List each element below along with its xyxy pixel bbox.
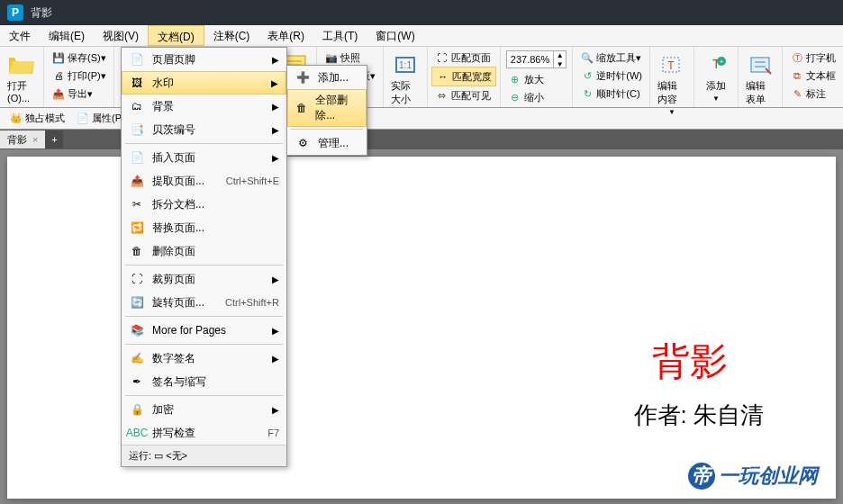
svg-text:T: T [667,59,675,72]
add-button[interactable]: T+ 添加 [698,49,734,94]
close-icon[interactable]: × [32,134,38,145]
rotate-icon: 🔄 [129,294,145,310]
menu-document[interactable]: 文档(D) [148,25,204,46]
edit-content-button[interactable]: T 编辑内容 [654,49,690,108]
watermark-submenu: ➕添加... 🗑全部删除... ⚙管理... [286,65,367,156]
split-doc-item[interactable]: ✂拆分文档... [122,193,286,216]
plus-icon: ⊕ [508,72,522,86]
zoom-up-button[interactable]: ▲ [553,50,566,59]
fit-width-button[interactable]: ↔匹配宽度 [431,67,496,86]
rotate-ccw-icon: ↺ [580,68,594,83]
rotate-ccw-button[interactable]: ↺逆时针(W) [576,67,646,85]
window-title: 背影 [31,5,52,21]
zoom-out-button[interactable]: ⊖缩小 [504,88,568,106]
menu-form[interactable]: 表单(R) [258,25,313,46]
menu-view[interactable]: 视图(V) [94,25,148,46]
actual-size-button[interactable]: 1:1 实际大小 [387,49,423,108]
insert-page-item[interactable]: 📄插入页面▶ [122,146,286,169]
fit-visible-button[interactable]: ⬄匹配可见 [431,86,496,104]
actual-size-icon: 1:1 [391,50,420,79]
svg-text:+: + [720,58,724,66]
zoom-tool-button[interactable]: 🔍缩放工具 ▾ [576,49,646,67]
edit-content-icon: T [657,50,686,79]
dropdown-footer: 运行: ▭ <无> [122,445,286,466]
menu-annotate[interactable]: 注释(C) [204,25,259,46]
save-button[interactable]: 💾保存(S) ▾ [48,49,110,67]
header-footer-item[interactable]: 📄页眉页脚▶ [122,48,286,71]
spellcheck-icon: ABC [129,425,145,441]
watermark-icon: 帝 [688,463,715,490]
spellcheck-item[interactable]: ABC拼写检查F7 [122,421,286,445]
menu-window[interactable]: 窗口(W) [367,25,423,46]
form-icon [746,50,775,79]
folder-open-icon [7,50,36,79]
extract-icon: 📤 [129,173,145,189]
zoom-down-button[interactable]: ▼ [553,59,566,68]
document-title: 背影 [652,337,728,387]
bates-icon: 📑 [129,122,145,138]
split-icon: ✂ [129,196,145,212]
digital-sign-item[interactable]: ✍数字签名▶ [122,346,286,370]
menu-tools[interactable]: 工具(T) [313,25,367,46]
add-watermark-item[interactable]: ➕添加... [287,66,367,89]
mark-icon: ✎ [790,86,804,101]
zoom-input[interactable]: 237.86% ▲▼ [506,50,567,68]
mark-button[interactable]: ✎标注 [786,85,839,103]
background-item[interactable]: 🗂背景▶ [122,94,286,118]
rotate-page-item[interactable]: 🔄旋转页面...Ctrl+Shift+R [122,291,286,314]
manage-watermark-item[interactable]: ⚙管理... [287,131,367,155]
sign-compress-item[interactable]: ✒签名与缩写 [122,370,286,393]
delete-all-icon: 🗑 [295,100,308,116]
document-dropdown: 📄页眉页脚▶ 🖼水印▶ 🗂背景▶ 📑贝茨编号▶ 📄插入页面▶ 📤提取页面...C… [121,47,287,467]
more-icon: 📚 [129,322,145,338]
delete-icon: 🗑 [129,243,145,259]
insert-icon: 📄 [129,149,145,166]
menu-file[interactable]: 文件 [0,25,40,46]
replace-page-item[interactable]: 🔁替换页面... [122,216,286,239]
textbox-button[interactable]: ⧉文本框 [786,67,839,85]
encrypt-item[interactable]: 🔒加密▶ [122,398,286,421]
export-icon: 📤 [51,86,66,101]
rotate-cw-button[interactable]: ↻顺时针(C) [576,85,646,103]
bates-item[interactable]: 📑贝茨编号▶ [122,118,286,141]
crown-icon: 👑 [9,112,23,126]
watermark-logo: 帝 一玩创业网 [688,463,818,490]
lock-icon: 🔒 [129,401,145,418]
more-pages-item[interactable]: 📚More for Pages▶ [122,319,286,342]
add-icon: ➕ [295,69,311,86]
titlebar: P 背影 [0,0,843,25]
snapshot-button[interactable]: 📷快照 [321,49,379,67]
fit-page-button[interactable]: ⛶匹配页面 [431,49,496,67]
zoom-in-button[interactable]: ⊕放大 [504,70,568,88]
exclusive-mode-button[interactable]: 👑独占模式 [4,110,70,128]
crop-icon: ⛶ [129,271,145,287]
export-button[interactable]: 📤导出 ▾ [48,85,110,103]
initials-icon: ✒ [129,374,145,390]
document-author: 作者: 朱自清 [634,400,764,431]
app-icon: P [7,4,23,21]
watermark-icon: 🖼 [129,75,145,91]
watermark-item[interactable]: 🖼水印▶ [122,71,286,94]
crop-page-item[interactable]: ⛶裁剪页面▶ [122,267,286,291]
manage-icon: ⚙ [295,135,311,151]
open-button[interactable]: 打开(O)... [4,49,40,105]
edit-form-button[interactable]: 编辑表单 [742,49,778,108]
add-tab-button[interactable]: + [45,130,63,148]
fit-visible-icon: ⬄ [435,88,449,103]
minus-icon: ⊖ [508,90,522,104]
print-button[interactable]: 🖨打印(P) ▾ [48,67,110,85]
delete-all-watermark-item[interactable]: 🗑全部删除... [287,89,367,127]
document-tab[interactable]: 背影 × [0,130,45,148]
signature-icon: ✍ [129,350,145,366]
typewriter-button[interactable]: Ⓣ打字机 [786,49,839,67]
menubar: 文件 编辑(E) 视图(V) 文档(D) 注释(C) 表单(R) 工具(T) 窗… [0,25,843,47]
menu-edit[interactable]: 编辑(E) [40,25,94,46]
textbox-icon: ⧉ [790,68,804,83]
magnify-icon: 🔍 [580,50,594,65]
add-text-icon: T+ [702,50,730,79]
extract-page-item[interactable]: 📤提取页面...Ctrl+Shift+E [122,169,286,193]
delete-page-item[interactable]: 🗑删除页面 [122,239,286,263]
svg-text:1:1: 1:1 [399,60,412,70]
save-icon: 💾 [51,50,66,65]
rotate-cw-icon: ↻ [580,86,594,101]
